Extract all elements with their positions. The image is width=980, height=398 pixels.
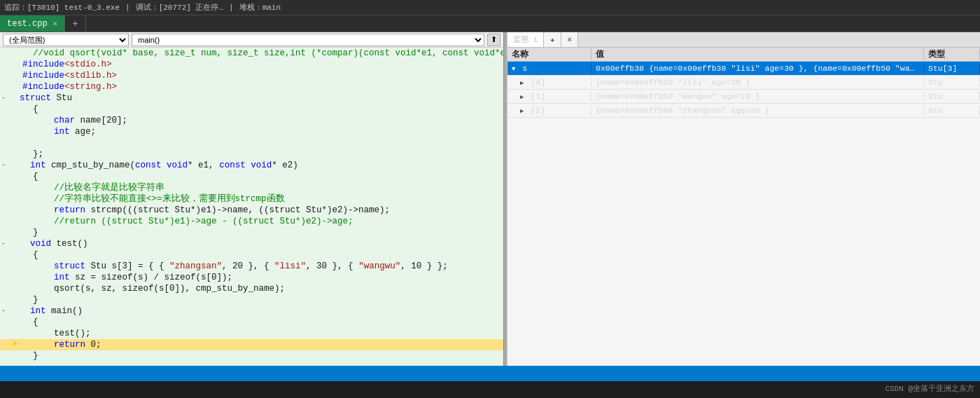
watermark: CSDN @坐落于亚洲之东方 bbox=[885, 383, 974, 394]
code-text-10: }; bbox=[21, 149, 503, 160]
fold-14[interactable] bbox=[0, 193, 10, 205]
fold-8[interactable] bbox=[0, 126, 10, 137]
fold-11[interactable]: - bbox=[0, 160, 7, 171]
fold-10[interactable] bbox=[0, 149, 10, 160]
editor-toolbar: (全局范围) main() ⬆ bbox=[0, 32, 503, 48]
fold-5[interactable]: - bbox=[0, 92, 7, 104]
debug-arrow-15 bbox=[10, 205, 21, 216]
fold-21[interactable] bbox=[0, 272, 10, 283]
watch-row-0[interactable]: ▶ [0] {name=0x00effb38 "lisi" age=30 } S… bbox=[507, 76, 980, 90]
debug-arrow-12 bbox=[10, 171, 21, 182]
fold-27[interactable] bbox=[0, 339, 10, 350]
func-dropdown[interactable]: main() bbox=[132, 34, 484, 46]
fold-20[interactable] bbox=[0, 261, 10, 272]
fold-16[interactable] bbox=[0, 216, 10, 227]
fold-12[interactable] bbox=[0, 171, 10, 182]
code-text-28: } bbox=[21, 350, 503, 362]
debug-arrow-7 bbox=[10, 115, 21, 126]
code-line-16: //return ((struct Stu*)e1)->age - ((stru… bbox=[0, 216, 503, 227]
tab-close-icon[interactable]: ✕ bbox=[53, 19, 58, 28]
fold-15[interactable] bbox=[0, 205, 10, 216]
fold-1[interactable] bbox=[0, 48, 10, 59]
code-line-8: int age; bbox=[0, 126, 503, 137]
code-text-6: { bbox=[21, 104, 503, 115]
code-line-21: int sz = sizeof(s) / sizeof(s[0]); bbox=[0, 272, 503, 283]
watch-name-2: ▶ [2] bbox=[507, 106, 592, 115]
watch-tab-close-label: ✕ bbox=[567, 34, 572, 45]
debug-arrow-20 bbox=[10, 261, 21, 272]
code-text-18: void test() bbox=[18, 238, 503, 249]
watch-row-2[interactable]: ▶ [2] {name=0x00effb68 "zhangsan" age=20… bbox=[507, 104, 980, 118]
fold-17[interactable] bbox=[0, 227, 10, 238]
code-text-15: return strcmp(((struct Stu*)e1)->name, (… bbox=[21, 205, 503, 216]
tab-label: test.cpp bbox=[7, 19, 48, 29]
fold-23[interactable] bbox=[0, 294, 10, 306]
fold-22[interactable] bbox=[0, 283, 10, 294]
fold-25[interactable] bbox=[0, 317, 10, 328]
expand-icon-2[interactable]: ▶ bbox=[520, 108, 524, 115]
debug-arrow-22 bbox=[10, 283, 21, 294]
fold-13[interactable] bbox=[0, 182, 10, 193]
fold-3[interactable] bbox=[0, 70, 10, 81]
watch-tab-1[interactable]: 监视 1 bbox=[507, 32, 544, 47]
fold-18[interactable]: - bbox=[0, 238, 7, 249]
code-text-19: { bbox=[21, 249, 503, 261]
debug-current-arrow: ➤ bbox=[10, 339, 21, 350]
code-line-3: #include<stdlib.h> bbox=[0, 70, 503, 81]
code-line-17: } bbox=[0, 227, 503, 238]
scope-dropdown[interactable]: (全局范围) bbox=[3, 34, 129, 46]
fold-6[interactable] bbox=[0, 104, 10, 115]
debug-arrow-17 bbox=[10, 227, 21, 238]
debug-arrow-13 bbox=[10, 182, 21, 193]
watch-row-s[interactable]: ▼ s 0x00effb38 {name=0x00effb38 "lisi" a… bbox=[507, 62, 980, 76]
code-text-21: int sz = sizeof(s) / sizeof(s[0]); bbox=[21, 272, 503, 283]
watch-row-1[interactable]: ▶ [1] {name=0x00effb50 "wangwu" age=10 }… bbox=[507, 90, 980, 104]
code-line-10: }; bbox=[0, 149, 503, 160]
code-text-5: struct Stu bbox=[18, 92, 503, 104]
fold-19[interactable] bbox=[0, 249, 10, 261]
watch-tab-icon[interactable]: ✦ bbox=[544, 32, 561, 47]
fold-26[interactable] bbox=[0, 328, 10, 339]
code-text-12: { bbox=[21, 171, 503, 182]
topbar-item-3: 堆栈：main bbox=[239, 2, 281, 13]
debug-arrow-1 bbox=[10, 48, 21, 59]
code-line-11: - int cmp_stu_by_name(const void* e1, co… bbox=[0, 160, 503, 171]
code-text-24: int main() bbox=[18, 306, 503, 317]
expand-icon-0[interactable]: ▶ bbox=[520, 80, 524, 87]
code-line-25: { bbox=[0, 317, 503, 328]
watch-value-0: {name=0x00effb38 "lisi" age=30 } bbox=[592, 78, 924, 87]
code-line-13: //比较名字就是比较字符串 bbox=[0, 182, 503, 193]
debug-arrow-14 bbox=[10, 193, 21, 205]
code-text-26: test(); bbox=[21, 328, 503, 339]
watch-type-1: Stu bbox=[924, 92, 980, 101]
code-text-1: //void qsort(void* base, size_t num, siz… bbox=[21, 48, 503, 59]
code-line-9 bbox=[0, 137, 503, 149]
expand-icon-1[interactable]: ▶ bbox=[520, 94, 524, 101]
code-text-22: qsort(s, sz, sizeof(s[0]), cmp_stu_by_na… bbox=[21, 283, 503, 294]
debug-arrow-23 bbox=[10, 294, 21, 306]
fold-2[interactable] bbox=[0, 59, 10, 70]
editor-tab-plus[interactable]: + bbox=[65, 15, 85, 32]
code-text-7: char name[20]; bbox=[21, 115, 503, 126]
debug-arrow-26 bbox=[10, 328, 21, 339]
fold-24[interactable]: - bbox=[0, 306, 7, 317]
watch-tab-close[interactable]: ✕ bbox=[561, 32, 578, 47]
code-line-5: - struct Stu bbox=[0, 92, 503, 104]
code-line-15: return strcmp(((struct Stu*)e1)->name, (… bbox=[0, 205, 503, 216]
watch-type-s: Stu[3] bbox=[924, 64, 980, 73]
fold-9[interactable] bbox=[0, 137, 10, 149]
code-line-4: #include<string.h> bbox=[0, 81, 503, 92]
editor-container: (全局范围) main() ⬆ //void qsort(void* base,… bbox=[0, 32, 504, 366]
toolbar-scroll-btn[interactable]: ⬆ bbox=[487, 34, 500, 46]
fold-28[interactable] bbox=[0, 350, 10, 362]
fold-4[interactable] bbox=[0, 81, 10, 92]
code-text-25: { bbox=[21, 317, 503, 328]
code-line-20: struct Stu s[3] = { { "zhangsan", 20 }, … bbox=[0, 261, 503, 272]
fold-7[interactable] bbox=[0, 115, 10, 126]
topbar-item-2: 调试：[20772] 正在停… bbox=[136, 2, 223, 13]
editor-tab-testcpp[interactable]: test.cpp ✕ bbox=[0, 15, 65, 32]
expand-icon-s[interactable]: ▼ bbox=[512, 66, 515, 73]
code-text-11: int cmp_stu_by_name(const void* e1, cons… bbox=[18, 160, 503, 171]
code-area[interactable]: //void qsort(void* base, size_t num, siz… bbox=[0, 48, 503, 366]
watch-table: 名称 值 类型 ▼ s 0x00effb38 {name=0x00effb38 … bbox=[507, 48, 980, 366]
